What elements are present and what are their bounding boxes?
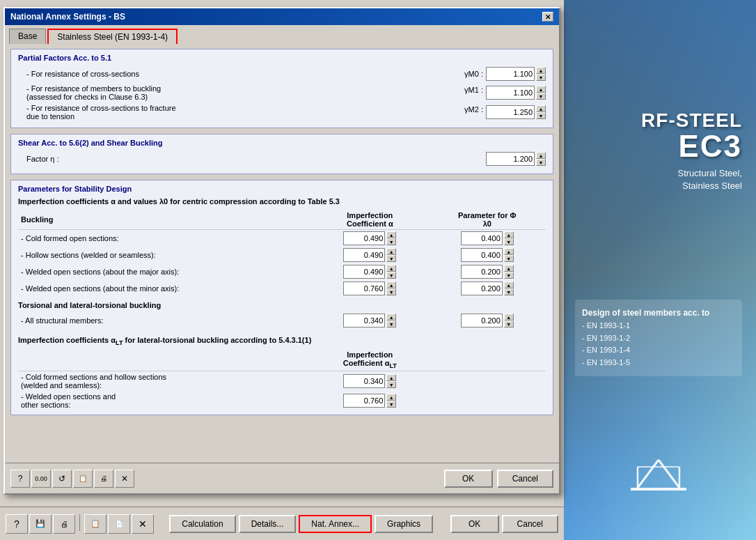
- save-toolbar-button[interactable]: 💾: [29, 514, 52, 534]
- down-icon[interactable]: ▼: [386, 321, 396, 327]
- gamma-m2-spinner[interactable]: ▲ ▼: [486, 105, 546, 119]
- gamma-m0-spinner[interactable]: ▲ ▼: [486, 67, 546, 81]
- torsional-alpha-input[interactable]: [343, 314, 385, 327]
- partial-factors-section: Partial Factors Acc. to 5.1 - For resist…: [10, 49, 553, 128]
- gamma-m0-up[interactable]: ▲: [536, 67, 546, 74]
- cancel-button[interactable]: Cancel: [497, 470, 553, 488]
- paste-toolbar-button[interactable]: 📄: [108, 514, 130, 534]
- hollow-alpha-input[interactable]: [343, 248, 385, 262]
- down-icon[interactable]: ▼: [386, 288, 396, 295]
- up-icon[interactable]: ▲: [504, 265, 514, 272]
- bottom-ok-button[interactable]: OK: [450, 515, 499, 533]
- ok-button[interactable]: OK: [444, 470, 493, 488]
- print-button[interactable]: 🖨: [94, 470, 113, 488]
- gamma-m1-input[interactable]: [486, 86, 535, 100]
- gamma-m2-up[interactable]: ▲: [536, 105, 546, 112]
- help-button[interactable]: ?: [10, 470, 30, 488]
- gamma-m2-spinner-btns[interactable]: ▲ ▼: [536, 105, 546, 119]
- gamma-m1-spinner-btns[interactable]: ▲ ▼: [536, 86, 546, 100]
- svg-line-1: [638, 460, 659, 488]
- down-icon[interactable]: ▼: [386, 238, 396, 245]
- gamma-m2-input[interactable]: [486, 105, 535, 119]
- down-icon[interactable]: ▼: [386, 401, 396, 408]
- close-button[interactable]: ✕: [542, 12, 553, 22]
- up-icon[interactable]: ▲: [386, 374, 396, 381]
- up-icon[interactable]: ▲: [386, 248, 396, 255]
- up-icon[interactable]: ▲: [386, 265, 396, 272]
- tab-stainless-steel[interactable]: Stainless Steel (EN 1993-1-4): [47, 29, 178, 44]
- up-icon[interactable]: ▲: [504, 314, 514, 321]
- modal-footer: ? 0.00 ↺ 📋 🖨 ✕ OK Cancel: [5, 463, 559, 493]
- up-icon[interactable]: ▲: [504, 281, 514, 288]
- welded-minor-lambda-input[interactable]: [461, 281, 503, 295]
- welded-major-lambda-input[interactable]: [461, 265, 503, 279]
- gamma-m1-up[interactable]: ▲: [536, 86, 546, 93]
- right-panel: RF-STEEL EC3 Structural Steel, Stainless…: [561, 0, 756, 540]
- tab-base[interactable]: Base: [9, 29, 46, 44]
- paste-button[interactable]: 📋: [73, 470, 93, 488]
- shear-factor-spinner[interactable]: ▲ ▼: [486, 152, 546, 166]
- gamma-m0-spinner-btns[interactable]: ▲ ▼: [536, 67, 546, 81]
- gamma-m2-symbol: γM2 :: [464, 105, 483, 114]
- gamma-m2-row: - For resistance of cross-sections to fr…: [18, 104, 546, 121]
- welded-minor-alpha-input[interactable]: [343, 281, 385, 295]
- graphics-button[interactable]: Graphics: [375, 515, 433, 533]
- gamma-m0-label: - For resistance of cross-sections: [18, 70, 464, 78]
- details-button[interactable]: Details...: [239, 515, 297, 533]
- hollow-lambda-input[interactable]: [461, 248, 503, 262]
- help-toolbar-button[interactable]: ?: [6, 514, 28, 534]
- delete-button[interactable]: ✕: [115, 470, 134, 488]
- down-icon[interactable]: ▼: [386, 255, 396, 262]
- gamma-m1-row: - For resistance of members to buckling(…: [18, 84, 546, 101]
- cold-formed-lambda-input[interactable]: [461, 231, 503, 245]
- down-icon[interactable]: ▼: [504, 272, 514, 279]
- shear-factor-up[interactable]: ▲: [536, 152, 546, 159]
- bottom-cancel-button[interactable]: Cancel: [502, 515, 558, 533]
- imperfection-header: Imperfection coefficients α and values λ…: [18, 197, 546, 206]
- cold-formed-lt-input[interactable]: [343, 374, 385, 388]
- gamma-m0-input[interactable]: [486, 67, 535, 81]
- up-icon[interactable]: ▲: [386, 394, 396, 401]
- gamma-m1-down[interactable]: ▼: [536, 93, 546, 100]
- cold-formed-lambda: ▲ ▼: [429, 230, 546, 247]
- welded-major-alpha-input[interactable]: [343, 265, 385, 279]
- bridge-icon: [631, 456, 686, 498]
- up-icon[interactable]: ▲: [386, 231, 396, 238]
- shear-factor-spinner-btns[interactable]: ▲ ▼: [536, 152, 546, 166]
- lateral-header: Imperfection coefficients αLT for latera…: [18, 336, 546, 346]
- up-icon[interactable]: ▲: [386, 281, 396, 288]
- down-icon[interactable]: ▼: [386, 381, 396, 388]
- up-icon[interactable]: ▲: [386, 314, 396, 321]
- torsional-lambda-input[interactable]: [461, 314, 503, 327]
- calculation-button[interactable]: Calculation: [169, 515, 235, 533]
- copy-toolbar-button[interactable]: 📋: [84, 514, 107, 534]
- shear-factor-down[interactable]: ▼: [536, 159, 546, 166]
- partial-factors-title: Partial Factors Acc. to 5.1: [18, 54, 546, 62]
- modal-content: Partial Factors Acc. to 5.1 - For resist…: [5, 43, 559, 479]
- print-toolbar-button[interactable]: 🖨: [53, 514, 75, 534]
- hollow-label: - Hollow sections (welded or seamless):: [18, 247, 311, 263]
- reset-button[interactable]: ↺: [52, 470, 72, 488]
- nat-annex-button[interactable]: Nat. Annex...: [299, 515, 372, 533]
- down-icon[interactable]: ▼: [504, 288, 514, 295]
- down-icon[interactable]: ▼: [386, 272, 396, 279]
- torsional-table: - All structural members: ▲ ▼: [18, 312, 546, 329]
- numeric-button[interactable]: 0.00: [31, 470, 51, 488]
- delete-toolbar-button[interactable]: ✕: [132, 514, 154, 534]
- welded-other-lt-input[interactable]: [343, 394, 385, 408]
- cold-formed-alpha-input[interactable]: [343, 231, 385, 245]
- gamma-m1-label: - For resistance of members to buckling(…: [18, 84, 464, 101]
- down-icon[interactable]: ▼: [504, 238, 514, 245]
- gamma-m2-down[interactable]: ▼: [536, 112, 546, 119]
- footer-main-buttons: OK Cancel: [444, 470, 553, 488]
- shear-factor-input[interactable]: [486, 152, 535, 166]
- gamma-m1-spinner[interactable]: ▲ ▼: [486, 86, 546, 100]
- table-row: - Cold formed sections and hollow sectio…: [18, 371, 546, 392]
- up-icon[interactable]: ▲: [504, 231, 514, 238]
- gamma-m0-down[interactable]: ▼: [536, 74, 546, 81]
- up-icon[interactable]: ▲: [504, 248, 514, 255]
- down-icon[interactable]: ▼: [504, 321, 514, 327]
- stability-section: Parameters for Stability Design Imperfec…: [10, 180, 553, 415]
- down-icon[interactable]: ▼: [504, 255, 514, 262]
- rf-steel-logo: RF-STEEL EC3 Structural Steel, Stainless…: [575, 105, 742, 192]
